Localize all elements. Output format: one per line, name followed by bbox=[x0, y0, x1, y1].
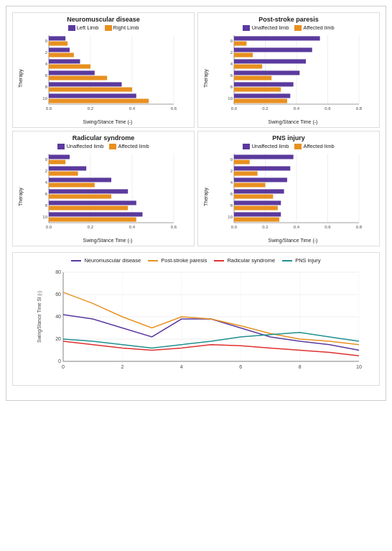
svg-text:2: 2 bbox=[45, 169, 48, 173]
svg-text:0.6: 0.6 bbox=[171, 225, 177, 229]
legend-label: Unaffected limb bbox=[251, 24, 289, 31]
legend-label: Right Limb bbox=[113, 24, 139, 31]
symmetry-chart: Neuromuscular diseasePost-stroke paresis… bbox=[12, 252, 380, 386]
svg-rect-72 bbox=[49, 166, 86, 170]
svg-rect-47 bbox=[234, 59, 306, 63]
symmetry-legend-item: PNS injury bbox=[282, 257, 320, 264]
svg-text:40: 40 bbox=[55, 314, 61, 319]
svg-text:2: 2 bbox=[230, 169, 233, 173]
svg-text:0.0: 0.0 bbox=[46, 106, 52, 111]
svg-rect-48 bbox=[234, 65, 262, 69]
x-axis-label: Swing/Stance Time (-) bbox=[24, 238, 191, 243]
svg-text:0.4: 0.4 bbox=[294, 106, 300, 111]
svg-rect-106 bbox=[234, 183, 266, 187]
svg-rect-76 bbox=[49, 183, 95, 187]
svg-rect-17 bbox=[49, 59, 80, 63]
legend-series-label: Neuromuscular disease bbox=[84, 257, 141, 264]
svg-text:0: 0 bbox=[230, 39, 233, 43]
bar-chart-post_stroke: Post-stroke paresisUnaffected limbAffect… bbox=[197, 12, 380, 128]
svg-text:0: 0 bbox=[62, 364, 65, 369]
svg-text:6: 6 bbox=[230, 192, 233, 196]
svg-rect-27 bbox=[49, 99, 149, 103]
symmetry-y-label bbox=[16, 267, 26, 382]
svg-text:4: 4 bbox=[230, 62, 233, 66]
legend-line-swatch bbox=[214, 260, 224, 261]
x-axis-label: Swing/Stance Time (-) bbox=[210, 119, 376, 124]
legend-line-swatch bbox=[282, 260, 292, 261]
legend-label: Affected limb bbox=[303, 24, 334, 31]
svg-text:0.6: 0.6 bbox=[325, 106, 331, 111]
svg-rect-105 bbox=[234, 177, 287, 182]
chart-legend-pns: Unaffected limbAffected limb bbox=[201, 143, 376, 149]
svg-rect-11 bbox=[49, 36, 65, 40]
svg-text:0.0: 0.0 bbox=[231, 106, 238, 111]
svg-text:10: 10 bbox=[42, 96, 47, 101]
legend-color-swatch bbox=[105, 25, 112, 31]
svg-text:0.0: 0.0 bbox=[46, 225, 52, 229]
svg-rect-57 bbox=[234, 99, 287, 103]
svg-text:6: 6 bbox=[45, 73, 48, 78]
legend-series-label: PNS injury bbox=[295, 257, 320, 264]
bar-chart-svg: 0.00.20.40.60.80246810 bbox=[210, 151, 376, 236]
svg-text:10: 10 bbox=[42, 215, 47, 219]
bar-chart-svg-wrap: 0.00.20.40.60246810Swing/Stance Time (-) bbox=[24, 151, 191, 243]
x-axis-label: Swing/Stance Time (-) bbox=[24, 119, 191, 124]
legend-color-swatch bbox=[243, 25, 250, 31]
svg-rect-109 bbox=[234, 195, 273, 199]
svg-text:10: 10 bbox=[228, 96, 233, 101]
legend-series-label: Post-stroke paresis bbox=[161, 257, 207, 264]
svg-rect-70 bbox=[49, 160, 65, 165]
legend-label: Unaffected limb bbox=[251, 143, 289, 149]
svg-text:0: 0 bbox=[45, 157, 48, 162]
figure-container: Neuromuscular diseaseLeft LimbRight Limb… bbox=[6, 6, 386, 401]
bar-chart-area: Therapy0.00.20.40.60246810Swing/Stance T… bbox=[16, 32, 191, 124]
svg-text:0.2: 0.2 bbox=[88, 225, 94, 229]
legend-item: Unaffected limb bbox=[57, 143, 103, 149]
svg-rect-100 bbox=[234, 160, 250, 165]
y-axis-label: Therapy bbox=[16, 151, 24, 243]
svg-rect-41 bbox=[234, 36, 320, 40]
legend-series-label: Radicular syndrome bbox=[227, 257, 275, 264]
chart-title-post_stroke: Post-stroke paresis bbox=[201, 16, 376, 23]
svg-rect-45 bbox=[234, 53, 253, 57]
svg-text:10: 10 bbox=[228, 215, 233, 219]
svg-rect-12 bbox=[49, 42, 67, 46]
legend-item: Affected limb bbox=[109, 143, 149, 149]
svg-text:6: 6 bbox=[239, 364, 242, 369]
svg-text:0.8: 0.8 bbox=[356, 106, 363, 111]
y-axis-label: Therapy bbox=[201, 151, 210, 243]
chart-legend-neuromuscular: Left LimbRight Limb bbox=[16, 24, 191, 31]
svg-rect-114 bbox=[234, 212, 281, 216]
svg-text:0.8: 0.8 bbox=[356, 225, 363, 229]
bar-chart-svg: 0.00.20.40.60246810 bbox=[24, 32, 191, 117]
svg-text:20: 20 bbox=[55, 336, 61, 341]
bar-chart-radicular: Radicular syndromeUnaffected limbAffecte… bbox=[12, 131, 195, 246]
svg-rect-56 bbox=[234, 93, 290, 98]
bar-chart-pns: PNS injuryUnaffected limbAffected limbTh… bbox=[197, 131, 380, 246]
svg-rect-78 bbox=[49, 189, 128, 193]
legend-color-swatch bbox=[109, 144, 116, 149]
bar-chart-area: Therapy0.00.20.40.60.80246810Swing/Stanc… bbox=[201, 32, 376, 124]
bar-chart-area: Therapy0.00.20.40.60.80246810Swing/Stanc… bbox=[201, 151, 376, 243]
legend-label: Affected limb bbox=[118, 143, 149, 149]
svg-text:0: 0 bbox=[58, 358, 61, 364]
figure-caption bbox=[12, 390, 380, 394]
svg-text:2: 2 bbox=[45, 50, 48, 55]
svg-text:4: 4 bbox=[45, 180, 48, 185]
svg-text:80: 80 bbox=[55, 269, 61, 274]
symmetry-svg: 0204060800246810Swing/Stance Time SI (-) bbox=[26, 267, 376, 381]
svg-text:4: 4 bbox=[230, 180, 233, 185]
svg-text:8: 8 bbox=[45, 203, 48, 208]
chart-legend-radicular: Unaffected limbAffected limb bbox=[16, 143, 191, 149]
svg-rect-23 bbox=[49, 82, 122, 86]
svg-text:60: 60 bbox=[55, 292, 61, 297]
symmetry-legend-item: Neuromuscular disease bbox=[71, 257, 141, 264]
svg-rect-81 bbox=[49, 200, 136, 205]
y-axis-label: Therapy bbox=[201, 32, 210, 124]
svg-text:10: 10 bbox=[356, 364, 362, 369]
svg-rect-112 bbox=[234, 206, 278, 210]
svg-rect-84 bbox=[49, 212, 143, 216]
svg-text:8: 8 bbox=[230, 85, 233, 89]
legend-line-swatch bbox=[71, 260, 81, 261]
legend-item: Left Limb bbox=[68, 24, 99, 31]
